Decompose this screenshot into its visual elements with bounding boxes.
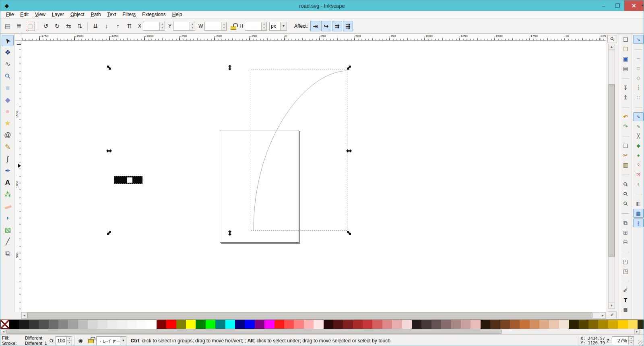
opacity-spinner[interactable]: ▲▼ <box>66 337 72 345</box>
y-input[interactable] <box>173 22 190 30</box>
color-swatch[interactable] <box>137 320 147 329</box>
copy-button[interactable]: ❑ <box>620 141 631 150</box>
color-swatch[interactable] <box>176 320 186 329</box>
color-swatch[interactable] <box>382 320 392 329</box>
lock-ratio-icon[interactable] <box>231 26 236 30</box>
path-object-curve[interactable] <box>21 41 606 312</box>
ellipse-tool[interactable]: ● <box>2 106 14 117</box>
snap-bbox-edges-button[interactable]: □ <box>633 64 644 73</box>
scale-handle-top-left[interactable] <box>106 64 112 71</box>
color-swatch[interactable] <box>618 320 627 329</box>
layers-dialog-button[interactable]: ≣ <box>620 305 631 314</box>
zoom-tool[interactable]: ⚲ <box>2 70 14 82</box>
move-gradients-toggle[interactable]: ⇉ <box>332 21 342 31</box>
rotate-cw-button[interactable]: ↻ <box>52 21 62 31</box>
snap-bbox-corners-button[interactable]: ◇ <box>633 74 644 82</box>
dropper-tool[interactable]: ╱ <box>2 236 14 247</box>
group-button[interactable]: ◰ <box>620 257 631 266</box>
zoom-spinner[interactable]: ▲▼ <box>628 337 634 345</box>
snap-page-border-button[interactable]: ◧ <box>633 199 644 208</box>
zoom-input[interactable] <box>612 337 628 345</box>
color-swatch[interactable] <box>490 320 500 329</box>
separator[interactable]: | <box>620 132 631 140</box>
menu-file[interactable]: File <box>3 11 17 18</box>
color-swatch[interactable] <box>68 320 78 329</box>
snap-paths-button[interactable]: ∿ <box>633 122 644 131</box>
3dbox-tool[interactable]: ◆ <box>2 94 14 105</box>
separator[interactable]: | <box>633 103 644 111</box>
zoom-page-button[interactable]: ⚲ <box>620 199 631 208</box>
color-swatch[interactable] <box>275 320 284 329</box>
separator[interactable]: | <box>633 189 644 198</box>
undo-button[interactable]: ↶ <box>620 112 631 121</box>
color-swatch[interactable] <box>29 320 39 329</box>
color-swatch[interactable] <box>539 320 549 329</box>
color-swatch[interactable] <box>196 320 205 329</box>
width-spinner[interactable]: ▲▼ <box>221 22 226 30</box>
snap-bbox-centers-button[interactable]: ∷ <box>633 93 644 102</box>
tweak-tool[interactable]: ∿ <box>2 59 14 70</box>
export-button[interactable]: ↥ <box>620 93 631 102</box>
color-swatch[interactable] <box>588 320 598 329</box>
scale-handle-top-right[interactable] <box>346 64 352 71</box>
select-all-button[interactable]: ▤ <box>2 21 13 31</box>
zoom-drawing-button[interactable]: ⚲ <box>620 189 631 198</box>
menu-text[interactable]: Text <box>104 11 119 18</box>
separator[interactable]: | <box>36 21 40 31</box>
flip-vertical-button[interactable]: ⇅ <box>74 21 85 31</box>
snap-toggle-button[interactable]: ↘ <box>633 35 644 44</box>
color-swatch[interactable] <box>98 320 107 329</box>
color-swatch[interactable] <box>264 320 274 329</box>
separator[interactable]: | <box>620 74 631 82</box>
deselect-button[interactable]: ▢ <box>25 21 35 31</box>
color-swatch[interactable] <box>549 320 559 329</box>
color-swatch[interactable] <box>559 320 569 329</box>
color-swatch[interactable] <box>402 320 412 329</box>
close-button[interactable]: ✕ <box>624 0 644 11</box>
menu-layer[interactable]: Layer <box>49 11 67 18</box>
color-swatch[interactable] <box>353 320 363 329</box>
separator[interactable]: | <box>620 276 631 285</box>
color-swatch[interactable] <box>107 320 117 329</box>
select-all-layers-button[interactable]: ≣ <box>14 21 24 31</box>
menu-extensions[interactable]: Extensions <box>139 11 169 18</box>
scroll-left-arrow[interactable]: ◄ <box>21 312 27 319</box>
opacity-input[interactable] <box>56 337 66 345</box>
lower-to-bottom-button[interactable]: ⇊ <box>90 21 101 31</box>
raise-button[interactable]: ↑ <box>113 21 123 31</box>
x-spinner[interactable]: ▲▼ <box>159 22 165 30</box>
color-swatch[interactable] <box>608 320 618 329</box>
color-swatch[interactable] <box>58 320 68 329</box>
color-swatch[interactable] <box>304 320 314 329</box>
unlink-clone-button[interactable]: ⊟ <box>620 238 631 247</box>
height-input[interactable] <box>245 22 261 30</box>
color-swatch[interactable] <box>19 320 29 329</box>
color-swatch[interactable] <box>628 320 638 329</box>
bezier-pen-tool[interactable]: ∫ <box>2 153 14 165</box>
text-dialog-button[interactable]: T <box>620 296 631 305</box>
rectangle-tool[interactable]: ■ <box>2 82 14 94</box>
scale-handle-middle-left[interactable] <box>106 148 112 154</box>
snap-object-centers-button[interactable]: ⊡ <box>633 170 644 179</box>
color-swatch[interactable] <box>88 320 97 329</box>
ungroup-button[interactable]: ◳ <box>620 267 631 276</box>
selector-tool[interactable]: ➤ <box>2 35 14 46</box>
paint-bucket-tool[interactable]: ◗ <box>2 212 14 224</box>
spiral-tool[interactable]: @ <box>2 130 14 141</box>
zoom-selection-button[interactable]: ⚲ <box>620 180 631 189</box>
color-swatch[interactable] <box>39 320 48 329</box>
scale-handle-top-middle[interactable] <box>227 64 233 71</box>
menu-view[interactable]: View <box>32 11 49 18</box>
color-swatch[interactable] <box>157 320 166 329</box>
no-color-swatch[interactable] <box>0 320 9 329</box>
scale-stroke-toggle[interactable]: ⇥ <box>310 21 320 31</box>
raise-to-top-button[interactable]: ⇈ <box>124 21 134 31</box>
color-swatch[interactable] <box>431 320 441 329</box>
color-swatch[interactable] <box>481 320 490 329</box>
snap-bbox-button[interactable]: ┄ <box>633 54 644 63</box>
scale-handle-bottom-left[interactable] <box>106 230 112 236</box>
palette-scroll-right-arrow[interactable]: ► <box>634 330 640 334</box>
color-swatch[interactable] <box>441 320 451 329</box>
separator[interactable]: | <box>620 209 631 218</box>
color-swatch[interactable] <box>117 320 127 329</box>
